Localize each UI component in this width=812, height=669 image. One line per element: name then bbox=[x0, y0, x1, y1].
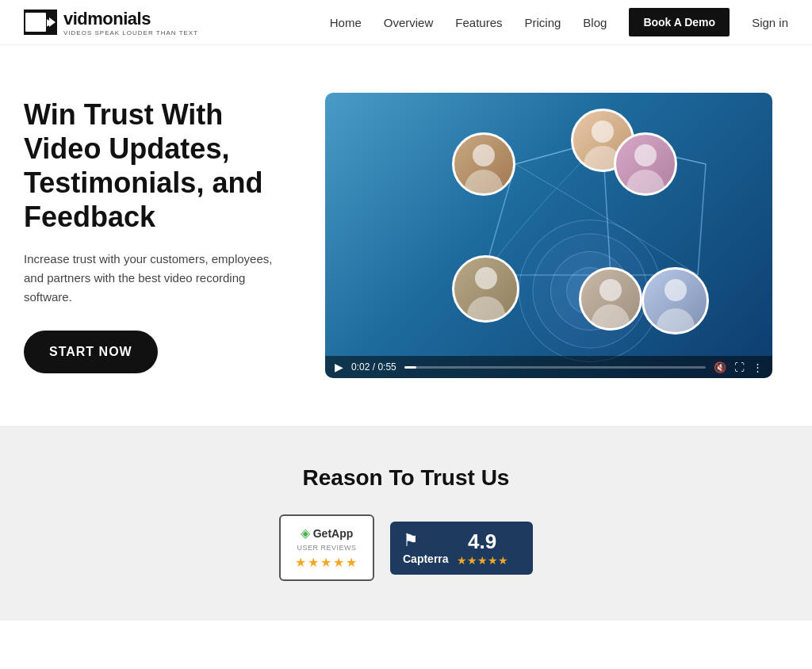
start-now-button[interactable]: START NOW bbox=[24, 331, 158, 373]
nav-home[interactable]: Home bbox=[330, 16, 362, 29]
capterra-score: 4.9 bbox=[468, 529, 496, 554]
logo-name: vidmonials bbox=[63, 9, 198, 29]
avatar-node-6 bbox=[642, 267, 709, 334]
video-progress-fill bbox=[404, 366, 416, 369]
video-timestamp: 0:02 / 0:55 bbox=[351, 361, 396, 373]
svg-line-7 bbox=[698, 164, 706, 275]
avatar-node-3 bbox=[614, 132, 677, 196]
video-control-icons: 🔇 ⛶ ⋮ bbox=[714, 361, 763, 373]
capterra-left: ⚑ Capterra bbox=[403, 530, 449, 565]
trust-section: Reason To Trust Us ◈ GetApp USER REVIEWS… bbox=[0, 426, 812, 621]
video-player[interactable]: ▶ 0:02 / 0:55 🔇 ⛶ ⋮ bbox=[325, 93, 772, 378]
header: vidmonials VIDEOS SPEAK LOUDER THAN TEXT… bbox=[0, 0, 812, 45]
nav-overview[interactable]: Overview bbox=[384, 16, 434, 29]
hero-section: Win Trust With Video Updates, Testimonia… bbox=[0, 45, 812, 426]
book-demo-button[interactable]: Book A Demo bbox=[629, 8, 730, 36]
video-controls-bar: ▶ 0:02 / 0:55 🔇 ⛶ ⋮ bbox=[325, 356, 772, 378]
trust-badges-container: ◈ GetApp USER REVIEWS ★★★★★ ⚑ Capterra 4… bbox=[24, 514, 788, 581]
play-button-icon[interactable]: ▶ bbox=[335, 361, 343, 373]
nav-pricing[interactable]: Pricing bbox=[524, 16, 561, 29]
mute-icon[interactable]: 🔇 bbox=[714, 361, 726, 373]
trust-title: Reason To Trust Us bbox=[24, 465, 788, 491]
capterra-icon: ⚑ bbox=[403, 530, 419, 551]
logo-text: vidmonials VIDEOS SPEAK LOUDER THAN TEXT bbox=[63, 9, 198, 36]
main-nav: Home Overview Features Pricing Blog Book… bbox=[330, 8, 788, 36]
getapp-header: ◈ GetApp bbox=[301, 526, 354, 541]
getapp-sub-label: USER REVIEWS bbox=[297, 544, 356, 552]
getapp-stars: ★★★★★ bbox=[295, 555, 358, 570]
sign-in-link[interactable]: Sign in bbox=[752, 16, 788, 29]
capterra-name: Capterra bbox=[403, 552, 449, 565]
network-lines bbox=[325, 93, 772, 378]
logo: vidmonials VIDEOS SPEAK LOUDER THAN TEXT bbox=[24, 9, 198, 36]
logo-tagline: VIDEOS SPEAK LOUDER THAN TEXT bbox=[63, 29, 198, 36]
more-options-icon[interactable]: ⋮ bbox=[753, 361, 763, 373]
avatar-node-5 bbox=[579, 267, 642, 331]
fullscreen-icon[interactable]: ⛶ bbox=[734, 361, 745, 373]
capterra-right: 4.9 ★★★★★ bbox=[457, 529, 508, 567]
getapp-badge: ◈ GetApp USER REVIEWS ★★★★★ bbox=[279, 514, 374, 581]
hero-text-block: Win Trust With Video Updates, Testimonia… bbox=[24, 97, 293, 374]
capterra-stars: ★★★★★ bbox=[457, 554, 508, 567]
svg-rect-1 bbox=[25, 13, 46, 32]
video-progress-bar[interactable] bbox=[404, 366, 706, 369]
nav-blog[interactable]: Blog bbox=[583, 16, 607, 29]
nav-features[interactable]: Features bbox=[455, 16, 502, 29]
video-content bbox=[325, 93, 772, 378]
getapp-name: GetApp bbox=[313, 527, 354, 540]
avatar-node-1 bbox=[452, 132, 515, 196]
logo-icon bbox=[24, 10, 57, 35]
hero-subtext: Increase trust with your customers, empl… bbox=[24, 250, 293, 307]
capterra-badge: ⚑ Capterra 4.9 ★★★★★ bbox=[390, 522, 533, 575]
avatar-node-4 bbox=[452, 255, 519, 323]
hero-heading: Win Trust With Video Updates, Testimonia… bbox=[24, 97, 293, 235]
getapp-logo-icon: ◈ bbox=[301, 526, 310, 541]
